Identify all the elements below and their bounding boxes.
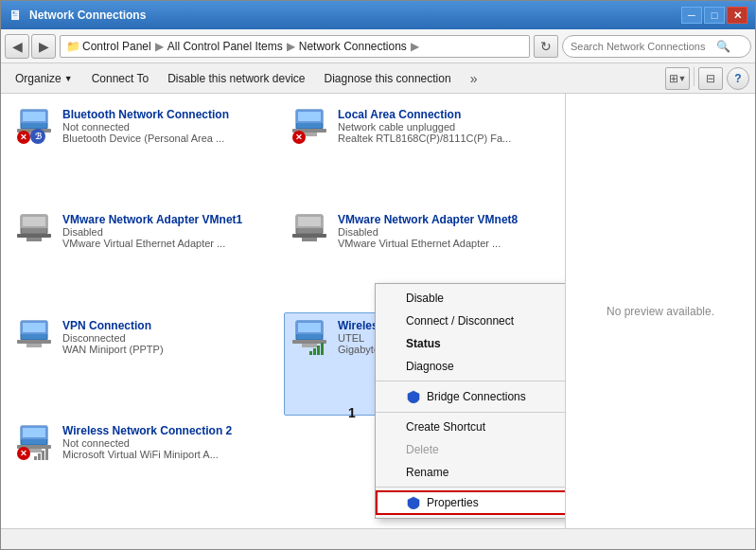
vmware-icon <box>292 213 326 243</box>
connection-info: VMware Network Adapter VMnet1 Disabled V… <box>62 213 273 249</box>
svg-rect-12 <box>23 217 45 226</box>
refresh-button[interactable]: ↻ <box>534 35 558 58</box>
connection-detail: VMware Virtual Ethernet Adapter ... <box>338 238 549 249</box>
connection-status: Network cable unplugged <box>338 121 549 133</box>
list-item[interactable]: VPN Connection Disconnected WAN Miniport… <box>9 312 282 416</box>
ctx-sep-1 <box>376 381 566 381</box>
search-input[interactable] <box>571 41 712 52</box>
title-bar: 🖥 Network Connections ─ □ ✕ <box>1 1 755 29</box>
forward-button[interactable]: ▶ <box>31 34 56 59</box>
list-item[interactable]: ✕ Wireless Network Connection 2 Not conn… <box>9 417 282 521</box>
signal-bars <box>34 448 48 460</box>
connection-icon-wrap <box>17 319 55 355</box>
path-folder-icon: 📁 <box>66 40 80 53</box>
signal-bars <box>309 343 324 355</box>
connection-detail: Bluetooth Device (Personal Area ... <box>62 133 273 144</box>
connection-name: Local Area Connection <box>338 108 549 121</box>
help-button[interactable]: ? <box>727 67 749 90</box>
connect-to-button[interactable]: Connect To <box>83 66 158 91</box>
svg-rect-2 <box>23 112 45 121</box>
window-controls: ─ □ ✕ <box>681 7 747 24</box>
preview-pane: No preview available. <box>566 94 755 528</box>
address-bar: ◀ ▶ 📁 Control Panel ▶ All Control Panel … <box>1 29 755 63</box>
connection-detail: WAN Miniport (PPTP) <box>62 344 273 355</box>
nav-buttons: ◀ ▶ <box>5 34 56 59</box>
svg-rect-14 <box>26 238 42 241</box>
connection-status: Not connected <box>62 437 273 449</box>
path-sep-1: ▶ <box>155 40 164 53</box>
connection-info: Wireless Network Connection 2 Not connec… <box>62 424 273 460</box>
connection-detail: Microsoft Virtual WiFi Miniport A... <box>62 449 273 460</box>
connection-name: Bluetooth Network Connection <box>62 108 273 121</box>
ctx-rename[interactable]: Rename <box>376 461 566 484</box>
list-item[interactable]: ✕ ℬ Bluetooth Network Connection Not con… <box>9 101 282 204</box>
file-pane: ✕ ℬ Bluetooth Network Connection Not con… <box>1 94 566 528</box>
ctx-delete: Delete <box>376 438 566 461</box>
view-button[interactable]: ⊞▼ <box>665 67 690 90</box>
preview-text: No preview available. <box>607 305 714 318</box>
ctx-create-shortcut[interactable]: Create Shortcut <box>376 416 566 438</box>
svg-rect-17 <box>298 217 321 226</box>
ctx-diagnose[interactable]: Diagnose <box>376 355 566 378</box>
connection-icon-wrap: ✕ <box>17 424 55 460</box>
connection-detail: Realtek RTL8168C(P)/8111C(P) Fa... <box>338 133 549 144</box>
ctx-bridge[interactable]: Bridge Connections <box>376 384 566 409</box>
organize-button[interactable]: Organize ▼ <box>7 66 81 91</box>
ctx-properties[interactable]: Properties <box>376 490 566 515</box>
connection-status: Disconnected <box>62 332 273 344</box>
list-item[interactable]: VMware Network Adapter VMnet1 Disabled V… <box>9 206 282 310</box>
connection-info: VPN Connection Disconnected WAN Miniport… <box>62 319 273 355</box>
shield-icon-properties <box>406 495 421 510</box>
svg-rect-22 <box>23 323 45 332</box>
path-all-items: All Control Panel Items <box>167 40 283 53</box>
path-network-connections: Network Connections <box>299 40 407 53</box>
svg-rect-19 <box>302 238 317 241</box>
list-item[interactable]: ✕ Local Area Connection Network cable un… <box>284 101 557 204</box>
search-icon: 🔍 <box>716 40 730 53</box>
connection-detail: VMware Virtual Ethernet Adapter ... <box>62 238 273 249</box>
address-path[interactable]: 📁 Control Panel ▶ All Control Panel Item… <box>60 35 530 58</box>
ctx-disable[interactable]: Disable <box>376 287 566 310</box>
vmware-icon <box>17 213 51 243</box>
disable-button[interactable]: Disable this network device <box>159 66 313 91</box>
bt-icon: ℬ <box>30 129 45 144</box>
minimize-button[interactable]: ─ <box>681 7 702 24</box>
svg-rect-24 <box>26 344 42 347</box>
connection-name: VMware Network Adapter VMnet8 <box>338 213 549 226</box>
connection-name: VMware Network Adapter VMnet1 <box>62 213 273 226</box>
connection-icon-wrap <box>17 213 55 249</box>
ctx-sep-2 <box>376 412 566 413</box>
path-sep-2: ▶ <box>287 40 295 53</box>
svg-rect-23 <box>17 340 51 344</box>
svg-rect-13 <box>17 234 51 238</box>
connection-name: Wireless Network Connection 2 <box>62 424 273 437</box>
connection-info: VMware Network Adapter VMnet8 Disabled V… <box>338 213 549 249</box>
svg-rect-18 <box>292 234 326 238</box>
error-overlay: ✕ <box>17 447 30 460</box>
connection-icon-wrap: ✕ ℬ <box>17 108 55 144</box>
connection-status: Disabled <box>338 226 549 238</box>
main-content: ✕ ℬ Bluetooth Network Connection Not con… <box>1 94 755 528</box>
vpn-icon <box>17 319 51 349</box>
search-box[interactable]: 🔍 <box>562 35 751 58</box>
error-overlay: ✕ <box>292 131 306 144</box>
ctx-connect-disconnect[interactable]: Connect / Disconnect <box>376 310 566 332</box>
close-button[interactable]: ✕ <box>727 7 747 24</box>
connection-status: Not connected <box>62 121 273 133</box>
svg-rect-32 <box>23 428 45 437</box>
layout-button[interactable]: ⊟ <box>698 67 723 90</box>
connection-icon-wrap <box>292 213 330 249</box>
toolbar-right: ⊞▼ ⊟ ? <box>665 67 749 90</box>
context-menu: Disable Connect / Disconnect Status Diag… <box>375 283 566 519</box>
svg-rect-27 <box>298 323 321 332</box>
toolbar: Organize ▼ Connect To Disable this netwo… <box>1 63 755 94</box>
svg-rect-7 <box>298 112 321 121</box>
ctx-status[interactable]: Status <box>376 332 566 355</box>
diagnose-button[interactable]: Diagnose this connection <box>316 66 460 91</box>
more-button[interactable]: » <box>462 66 486 91</box>
back-button[interactable]: ◀ <box>5 34 29 59</box>
status-bar <box>1 528 755 549</box>
connection-name: VPN Connection <box>62 319 273 332</box>
maximize-button[interactable]: □ <box>704 7 725 24</box>
connection-icon-wrap <box>292 319 330 355</box>
